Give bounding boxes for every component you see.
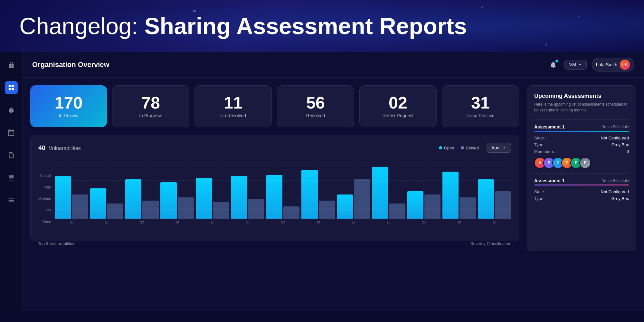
bar-cyan-3: [160, 182, 176, 219]
state-value-2: Not Configured: [601, 189, 629, 194]
topbar: Organisation Overview VM Lola Smith LS: [23, 52, 644, 78]
bar-pair-1: [90, 188, 123, 219]
stat-in-review: 170 In Review: [30, 85, 107, 127]
chevron-down-icon: [502, 146, 506, 150]
assessment-progress-bar: [534, 131, 629, 132]
stat-in-progress: 78 In Progress: [112, 85, 189, 127]
stat-label: Un Resolved: [220, 113, 246, 118]
y-axis: Critical High Medium Low None: [38, 174, 51, 233]
bar-pair-3: [160, 182, 194, 219]
bar-cyan-10: [407, 191, 423, 219]
stat-label: False Positive: [466, 113, 494, 118]
state-label-2: State :: [534, 189, 546, 194]
sidebar-item-bugs[interactable]: [5, 104, 18, 117]
bar-group-3: 20: [160, 182, 194, 224]
sidebar-item-lock[interactable]: [5, 59, 18, 71]
chevron-down-icon: [578, 63, 582, 67]
assessment-header: Assessment 1 Yet to Schedule: [534, 124, 629, 129]
legend-closed-label: Closed: [466, 146, 479, 150]
bar-x-label-11: 20: [457, 221, 461, 224]
bar-purple-11: [459, 197, 476, 219]
bar-purple-12: [495, 191, 511, 219]
notification-dot: [555, 60, 558, 62]
bar-cyan-6: [266, 175, 282, 219]
stat-number: 56: [306, 94, 325, 111]
assessment-state-row: State : Not Configured: [534, 136, 629, 140]
bar-cyan-9: [372, 167, 388, 219]
avatar: LS: [620, 60, 630, 70]
bar-purple-8: [354, 179, 370, 219]
month-selector[interactable]: April: [487, 143, 511, 153]
type-label-2: Type :: [534, 196, 545, 201]
bar-purple-10: [424, 194, 440, 219]
bar-purple-9: [389, 204, 405, 219]
bar-group-0: 20: [55, 176, 88, 224]
assessment-members-row: Memebers : 6: [534, 149, 629, 154]
sidebar: [0, 52, 23, 311]
bar-group-11: 20: [442, 172, 476, 224]
assessment-header-2: Assessment 1 Yet to Schedule: [534, 178, 629, 183]
month-label: April: [491, 145, 500, 150]
stat-number: 02: [389, 94, 407, 111]
chart-title-group: 40 Vulnarabilities: [38, 144, 81, 152]
user-profile[interactable]: Lola Smith LS: [592, 58, 634, 71]
bar-group-4: 20: [196, 178, 229, 224]
bar-x-label-3: 20: [175, 221, 179, 224]
sidebar-item-dashboard[interactable]: [5, 81, 18, 94]
bar-cyan-12: [478, 179, 494, 219]
vm-label: VM: [569, 62, 576, 67]
chart-legend: Open Closed: [439, 146, 479, 150]
sidebar-item-documents[interactable]: [5, 149, 18, 162]
bar-purple-2: [142, 201, 158, 219]
sidebar-item-list[interactable]: [5, 194, 18, 207]
stats-row: 170 In Review 78 In Progress 11 Un Resol…: [30, 85, 519, 127]
banner-title: Changelog: Sharing Assessment Reports: [19, 13, 625, 39]
bar-group-5: 20: [231, 176, 264, 224]
bar-purple-4: [213, 202, 229, 219]
bar-x-label-8: 20: [352, 221, 355, 224]
dashboard-left: 170 In Review 78 In Progress 11 Un Resol…: [30, 85, 519, 251]
bar-group-10: 20: [407, 191, 440, 224]
state-label: State :: [534, 136, 546, 140]
y-label-low: Low: [38, 208, 51, 212]
bar-pair-12: [478, 179, 511, 219]
upcoming-assessments-card: Upcoming Assessments Here is the upcomin…: [527, 85, 636, 251]
bar-chart: Critical High Medium Low None 2020202020…: [38, 159, 511, 233]
bug-icon: [8, 107, 15, 114]
notification-button[interactable]: [547, 59, 559, 71]
assessment-item-1: Assessment 1 Yet to Schedule State : Not…: [534, 119, 629, 169]
assessment-state-row-2: State : Not Configured: [534, 189, 629, 194]
bar-purple-3: [178, 197, 194, 219]
assessment-type-row: Type : Grey Box: [534, 142, 629, 147]
bar-group-7: 20: [301, 170, 335, 224]
stat-number: 78: [141, 94, 160, 111]
vm-selector[interactable]: VM: [564, 60, 587, 70]
bar-x-label-0: 20: [70, 221, 73, 224]
assessment-item-2: Assessment 1 Yet to Schedule State : Not…: [534, 173, 629, 201]
bar-group-12: 20: [478, 179, 511, 224]
members-avatars: A B C D E F: [534, 157, 629, 169]
bar-purple-6: [283, 206, 299, 219]
bar-x-label-1: 20: [105, 221, 109, 224]
bars-container: 20202020202020202020202020: [55, 166, 511, 233]
chart-header: 40 Vulnarabilities Open: [38, 143, 511, 153]
bar-group-8: 20: [337, 179, 370, 224]
sidebar-item-server[interactable]: [5, 171, 18, 184]
legend-closed: Closed: [461, 146, 479, 150]
bar-pair-8: [337, 179, 370, 219]
calendar-icon: [8, 129, 15, 136]
bar-pair-7: [301, 170, 335, 219]
bar-pair-6: [266, 175, 299, 219]
bar-group-1: 20: [90, 188, 123, 224]
type-value-2: Grey Box: [611, 196, 629, 201]
main-content: Organisation Overview VM Lola Smith LS: [23, 52, 644, 311]
sidebar-item-calendar[interactable]: [5, 126, 18, 139]
bottom-label-severity: Severity Classification: [470, 241, 511, 246]
grid-icon: [8, 84, 15, 91]
type-value: Grey Box: [611, 142, 629, 147]
stat-label: Resolved: [306, 113, 325, 118]
chart-count: 40: [38, 144, 45, 151]
bar-pair-9: [372, 167, 405, 219]
bar-x-label-10: 20: [422, 221, 426, 224]
stat-label: Retest Request: [383, 113, 414, 118]
